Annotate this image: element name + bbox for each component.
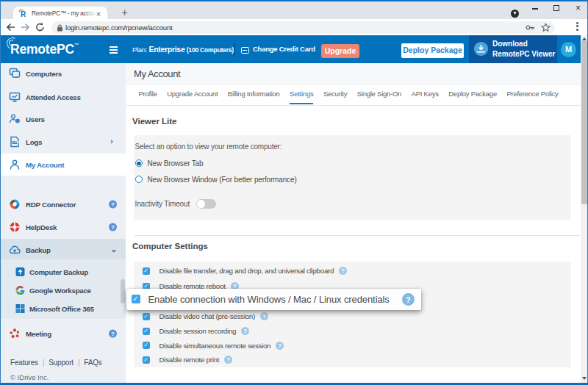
help-icon[interactable]: ? [260, 312, 268, 320]
page-title: My Account [134, 63, 180, 84]
url-text[interactable]: login.remotepc.com/rpcnew/account [65, 21, 172, 34]
checkbox-checked[interactable]: ✓ [132, 295, 140, 303]
help-icon[interactable]: ? [241, 327, 249, 335]
google-workspace-icon [15, 286, 25, 295]
sidebar-item-rdp-connector[interactable]: RDP Connector ? [0, 193, 126, 215]
sidebar-item-helpdesk[interactable]: HelpDesk ? [0, 216, 126, 238]
new-tab-button[interactable]: + [119, 7, 130, 18]
setting-label: Disable file transfer, drag and drop, an… [159, 267, 334, 275]
help-icon[interactable]: ? [109, 201, 117, 209]
setting-disable-video-chat[interactable]: ✓ Disable video chat (pre-session) ? [143, 313, 268, 320]
toggle-knob [197, 200, 205, 208]
tab-deploy-package[interactable]: Deploy Package [448, 84, 497, 105]
download-viewer-button[interactable]: Download RemotePC Viewer [469, 35, 557, 63]
help-icon[interactable]: ? [109, 223, 117, 231]
scrollbar-down-arrow[interactable] [581, 375, 587, 382]
computers-icon [9, 68, 21, 79]
sidebar-item-logs[interactable]: LOGS Logs › [0, 131, 126, 153]
checkbox-checked[interactable]: ✓ [143, 267, 150, 275]
media-indicator-icon[interactable]: ▾ [511, 10, 519, 18]
tab-profile[interactable]: Profile [139, 84, 157, 105]
help-icon[interactable]: ? [339, 267, 347, 275]
forward-button[interactable] [21, 19, 30, 35]
inactivity-timeout-toggle[interactable] [196, 199, 216, 209]
support-link[interactable]: Support [49, 359, 74, 367]
menu-hamburger-icon[interactable] [110, 46, 118, 54]
help-icon[interactable]: ? [224, 356, 232, 364]
remotepc-logo[interactable]: RemotePC™ [10, 40, 79, 58]
plan-count: (100 Computers) [187, 46, 234, 54]
setting-label: Disable session recording [159, 327, 237, 335]
scrollbar-thumb[interactable] [581, 41, 587, 204]
sidebar-item-backup[interactable]: Backup ⌄ [0, 239, 126, 261]
page-scrollbar[interactable] [581, 35, 587, 383]
sidebar-item-attended-access[interactable]: Attended Access [0, 86, 126, 108]
checkbox-checked[interactable]: ✓ [143, 342, 150, 349]
setting-label: Disable video chat (pre-session) [159, 312, 255, 320]
download-icon [474, 42, 488, 56]
sidebar-item-microsoft-office-365[interactable]: Microsoft Office 365 [0, 298, 126, 320]
setting-disable-file-transfer[interactable]: ✓ Disable file transfer, drag and drop, … [143, 267, 348, 275]
browser-menu-icon[interactable] [576, 22, 578, 32]
setting-disable-session-recording[interactable]: ✓ Disable session recording ? [143, 328, 250, 335]
address-bar[interactable]: login.remotepc.com/rpcnew/account [51, 21, 555, 34]
inactivity-timeout-row: Inactivity Timeout [135, 199, 217, 209]
back-button[interactable] [6, 19, 15, 35]
reload-button[interactable] [35, 19, 45, 35]
key-icon[interactable] [526, 24, 535, 32]
sidebar-scrollbar-thumb[interactable] [121, 279, 125, 303]
help-icon[interactable]: ? [276, 342, 284, 350]
tab-settings[interactable]: Settings [290, 84, 313, 105]
window-maximize-button[interactable] [553, 5, 559, 11]
radio-new-browser-window[interactable]: New Browser Window (For better performan… [135, 176, 297, 184]
setting-enable-os-credentials-highlighted[interactable]: ✓ Enable connection with Windows / Mac /… [126, 289, 421, 311]
tab-billing-information[interactable]: Billing Information [228, 84, 280, 105]
download-line1: Download [492, 39, 555, 50]
sidebar-item-users[interactable]: Users [0, 108, 126, 130]
window-minimize-button[interactable] [532, 8, 538, 10]
checkbox-checked[interactable]: ✓ [143, 313, 150, 320]
tab-preference-policy[interactable]: Preference Policy [506, 84, 558, 105]
bookmark-star-icon[interactable] [541, 23, 551, 32]
browser-titlebar: R RemotePC™ - my account inform × + ▾ × [0, 0, 588, 19]
tab-close-icon[interactable]: × [94, 10, 103, 18]
window-close-button[interactable]: × [574, 2, 582, 14]
change-credit-card-link[interactable]: Change Credit Card [253, 35, 315, 63]
tab-single-sign-on[interactable]: Single Sign-On [357, 84, 401, 105]
user-avatar[interactable]: M [561, 42, 576, 57]
checkbox-checked[interactable]: ✓ [143, 328, 150, 335]
viewer-lite-prompt: Select an option to view your remote com… [135, 143, 282, 151]
browser-window: R RemotePC™ - my account inform × + ▾ × [0, 0, 588, 385]
main-content: My Account Profile Upgrade Account Billi… [126, 63, 581, 385]
sidebar-item-computers[interactable]: Computers [0, 62, 126, 84]
window-border [0, 0, 1, 385]
users-icon [9, 113, 21, 125]
plan-info: Plan: Enterprise (100 Computers) [132, 35, 234, 63]
upgrade-button[interactable]: Upgrade [321, 44, 359, 58]
footer-separator: | [78, 359, 79, 367]
help-icon[interactable]: ? [402, 293, 415, 306]
setting-disable-remote-print[interactable]: ✓ Disable remote print ? [143, 356, 233, 364]
dot [576, 25, 578, 27]
section-divider [134, 235, 580, 236]
inactivity-timeout-label: Inactivity Timeout [135, 200, 190, 208]
radio-unselected-icon[interactable] [135, 176, 143, 183]
radio-selected-icon[interactable] [135, 159, 143, 167]
radio-new-browser-tab[interactable]: New Browser Tab [135, 159, 204, 168]
browser-toolbar: login.remotepc.com/rpcnew/account [0, 19, 588, 35]
deploy-package-button[interactable]: Deploy Package [401, 43, 464, 58]
help-icon[interactable]: ? [109, 330, 117, 338]
my-account-icon [9, 159, 21, 170]
tab-security[interactable]: Security [323, 84, 347, 105]
tab-upgrade-account[interactable]: Upgrade Account [167, 84, 218, 105]
triangle-down-icon [582, 377, 587, 380]
logs-icon: LOGS [9, 136, 21, 148]
checkbox-checked[interactable]: ✓ [143, 356, 150, 364]
features-link[interactable]: Features [10, 359, 38, 367]
setting-disable-simultaneous-session[interactable]: ✓ Disable simultaneous remote session ? [143, 342, 284, 349]
sidebar-label: Microsoft Office 365 [29, 298, 94, 320]
tab-api-keys[interactable]: API Keys [412, 84, 439, 105]
sidebar-item-meeting[interactable]: Meeting ? [0, 323, 126, 345]
sidebar-item-my-account[interactable]: My Account [0, 154, 126, 176]
faqs-link[interactable]: FAQs [84, 359, 101, 367]
